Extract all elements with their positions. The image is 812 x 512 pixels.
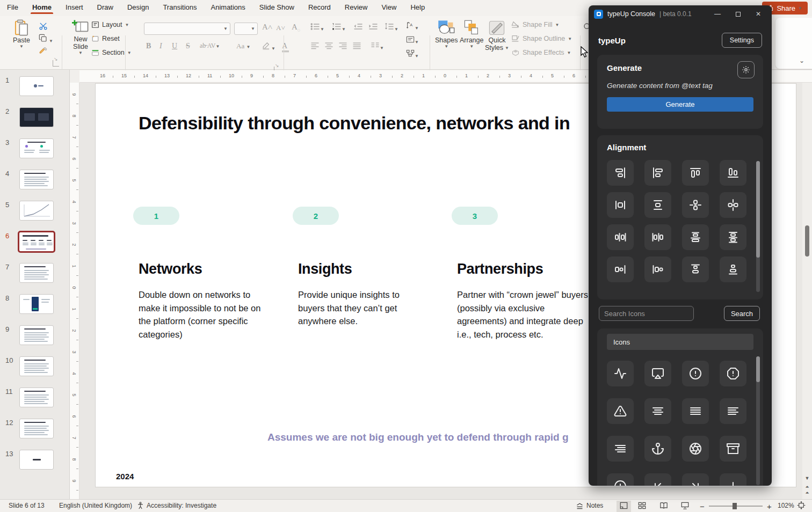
column-heading[interactable]: Insights [298, 261, 352, 277]
settings-button[interactable]: Settings [722, 33, 762, 48]
fit-to-window-button[interactable] [797, 501, 806, 511]
cut-button[interactable] [39, 21, 48, 33]
ribbon-tab-home[interactable]: Home [25, 0, 59, 14]
numbering-button[interactable]: ▼ [332, 23, 346, 33]
reset-button[interactable]: Reset [91, 35, 120, 42]
arrow-down-icon[interactable] [720, 473, 746, 486]
column-heading[interactable]: Networks [139, 261, 202, 277]
ribbon-tab-draw[interactable]: Draw [90, 0, 120, 14]
font-size-combo[interactable]: ▼ [234, 23, 258, 35]
zoom-out-button[interactable]: − [700, 502, 705, 511]
slide-thumbnail-13[interactable]: 13 [0, 448, 70, 479]
slide-number-status[interactable]: Slide 6 of 13 [9, 502, 45, 509]
column-body[interactable]: Double down on networks to make it impos… [139, 288, 265, 341]
smartart-button[interactable]: ▼ [406, 49, 419, 60]
alert-octagon-icon[interactable] [720, 361, 746, 386]
strikethrough-button[interactable]: S [186, 42, 190, 50]
slide-thumbnail-4[interactable]: 4 [0, 167, 70, 199]
alignment-space-between-vertical-icon[interactable] [720, 224, 746, 250]
alignment-distribute-vertical-center-icon[interactable] [682, 192, 709, 218]
slide-thumbnail-9[interactable]: 9 [0, 323, 70, 354]
format-painter-button[interactable] [39, 47, 48, 58]
arrow-down-left-icon[interactable] [644, 473, 671, 486]
column-body[interactable]: Provide unique insights to buyers that t… [298, 288, 422, 328]
slide-thumbnail-8[interactable]: 8 [0, 292, 70, 323]
shape-effects-button[interactable]: Shape Effects▼ [511, 49, 571, 56]
alignment-space-between-horizontal-start-icon[interactable] [644, 257, 671, 282]
clear-formatting-button[interactable]: A◌ [292, 23, 300, 33]
font-name-combo[interactable]: ▼ [144, 23, 230, 35]
shape-fill-button[interactable]: Shape Fill▼ [511, 21, 560, 28]
highlight-button[interactable]: ▼ [262, 41, 276, 52]
alignment-distribute-horizontal-center-icon[interactable] [720, 192, 746, 218]
generate-settings-button[interactable] [737, 61, 755, 78]
ribbon-tab-insert[interactable]: Insert [59, 0, 90, 14]
slide-year[interactable]: 2024 [116, 472, 134, 481]
ribbon-tab-review[interactable]: Review [338, 0, 375, 14]
character-spacing-button[interactable]: ab̶ AV▼ [200, 42, 220, 50]
slide-thumbnail-11[interactable]: 11 [0, 385, 70, 416]
zoom-slider[interactable] [709, 506, 763, 507]
aperture-icon[interactable] [682, 436, 709, 462]
slide-thumbnail-10[interactable]: 10 [0, 354, 70, 385]
slide-thumbnail-5[interactable]: 5 [0, 199, 70, 230]
alignment-justify-top-vertical-icon[interactable] [682, 257, 709, 282]
shrink-font-button[interactable]: A˅ [276, 24, 285, 32]
slide-sorter-button[interactable] [638, 502, 646, 511]
slide-thumbnail-2[interactable]: 2 [0, 105, 70, 136]
align-justify-button[interactable] [352, 42, 361, 52]
align-right-icon[interactable] [607, 436, 634, 462]
search-button[interactable]: Search [724, 306, 760, 321]
ribbon-tab-design[interactable]: Design [120, 0, 156, 14]
clipboard-dialog-launcher[interactable] [53, 60, 59, 67]
typeup-titlebar[interactable]: typeUp Console | beta 0.0.1 — ✕ [589, 5, 772, 23]
slide-thumbnail-3[interactable]: 3 [0, 136, 70, 167]
icons-scrollbar[interactable] [756, 356, 760, 485]
ribbon-tab-file[interactable]: File [0, 0, 25, 14]
minimize-button[interactable]: — [709, 8, 726, 20]
number-badge-3[interactable]: 3 [452, 207, 498, 225]
ribbon-tab-slide-show[interactable]: Slide Show [252, 0, 301, 14]
bullets-button[interactable]: ▼ [310, 23, 324, 33]
maximize-button[interactable] [730, 8, 746, 20]
underline-button[interactable]: U [172, 42, 177, 50]
generate-button[interactable]: Generate [607, 97, 753, 112]
alignment-align-end-vertical-icon[interactable] [607, 160, 634, 186]
vertical-scrollbar[interactable]: ▼ ⏶⏶ [802, 83, 812, 499]
change-case-button[interactable]: Aa ▼ [236, 42, 250, 50]
slide-thumbnail-6[interactable]: 6 [0, 230, 70, 261]
zoom-slider-thumb[interactable] [733, 503, 737, 509]
slide-thumbnail-1[interactable]: 1 [0, 74, 70, 105]
number-badge-2[interactable]: 2 [293, 207, 339, 225]
airplay-icon[interactable] [644, 361, 671, 386]
quick-styles-button[interactable]: Quick Styles▼ [485, 19, 509, 52]
alert-circle-icon[interactable] [682, 361, 709, 386]
align-left-button[interactable] [310, 42, 320, 52]
slideshow-button[interactable] [681, 502, 689, 511]
accessibility-status[interactable]: Accessibility: Investigate [137, 502, 216, 509]
slide-thumbnail-panel[interactable]: 12345678910111213 [0, 70, 70, 499]
alignment-justify-end-horizontal-icon[interactable] [607, 224, 634, 250]
font-color-button[interactable]: A [282, 41, 289, 53]
ribbon-tab-help[interactable]: Help [403, 0, 432, 14]
alignment-justify-bottom-vertical-icon[interactable] [720, 257, 746, 282]
normal-view-button[interactable] [617, 501, 631, 512]
paste-button[interactable]: Paste ▼ [13, 19, 30, 49]
alignment-justify-start-vertical-icon[interactable] [682, 224, 709, 250]
alignment-justify-start-horizontal-icon[interactable] [644, 224, 671, 250]
alert-triangle-icon[interactable] [607, 398, 634, 424]
align-text-button[interactable]: ▼ [406, 35, 419, 46]
ribbon-tab-transitions[interactable]: Transitions [156, 0, 204, 14]
zoom-in-button[interactable]: + [767, 502, 772, 511]
align-right-button[interactable] [338, 42, 347, 52]
copy-button[interactable]: ▼ [39, 34, 53, 45]
align-left-icon[interactable] [720, 398, 746, 424]
alignment-scrollbar[interactable] [756, 161, 760, 292]
search-input[interactable] [599, 306, 694, 321]
italic-button[interactable]: I [160, 42, 162, 50]
ribbon-tab-view[interactable]: View [374, 0, 403, 14]
alignment-align-center-horizontal-icon[interactable] [607, 192, 634, 218]
shapes-button[interactable]: Shapes ▼ [435, 19, 458, 49]
anchor-icon[interactable] [644, 436, 671, 462]
ribbon-tab-animations[interactable]: Animations [204, 0, 252, 14]
